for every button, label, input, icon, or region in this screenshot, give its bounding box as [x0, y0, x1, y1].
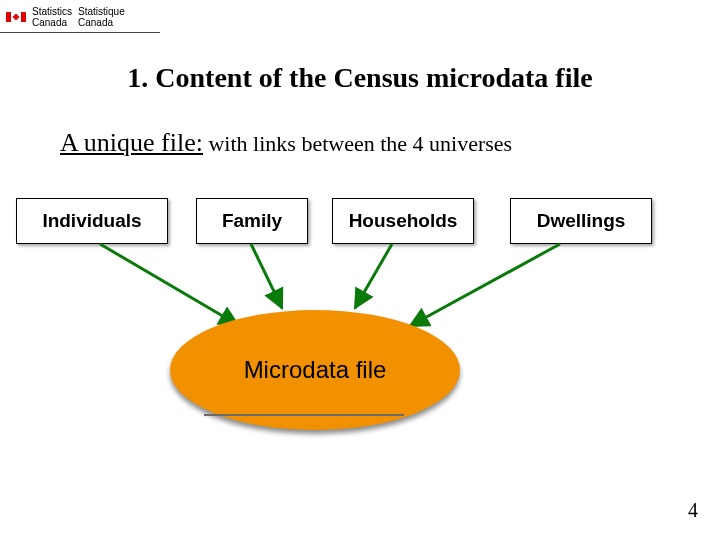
- arrow-family: [251, 244, 282, 308]
- org-name-en: Statistics Canada: [32, 6, 72, 28]
- logo-divider: [0, 32, 160, 33]
- universe-box-dwellings: Dwellings: [510, 198, 652, 244]
- org-name-fr: Statistique Canada: [78, 6, 125, 28]
- box-label: Family: [222, 210, 282, 232]
- org-logo: Statistics Canada Statistique Canada: [6, 6, 125, 28]
- box-label: Individuals: [42, 210, 141, 232]
- subtitle-rest: with links between the 4 universes: [203, 131, 512, 156]
- slide-title: 1. Content of the Census microdata file: [0, 62, 720, 94]
- universe-box-individuals: Individuals: [16, 198, 168, 244]
- universe-box-family: Family: [196, 198, 308, 244]
- box-label: Households: [349, 210, 458, 232]
- page-number: 4: [688, 499, 698, 522]
- microdata-ellipse: Microdata file: [170, 310, 460, 430]
- ellipse-label: Microdata file: [244, 356, 387, 384]
- universe-box-households: Households: [332, 198, 474, 244]
- box-label: Dwellings: [537, 210, 626, 232]
- subtitle-lead: A unique file:: [60, 128, 203, 157]
- ellipse-shadow-line: [204, 414, 404, 416]
- arrow-households: [355, 244, 392, 308]
- slide-subtitle: A unique file: with links between the 4 …: [60, 128, 512, 158]
- canada-flag-icon: [6, 12, 26, 22]
